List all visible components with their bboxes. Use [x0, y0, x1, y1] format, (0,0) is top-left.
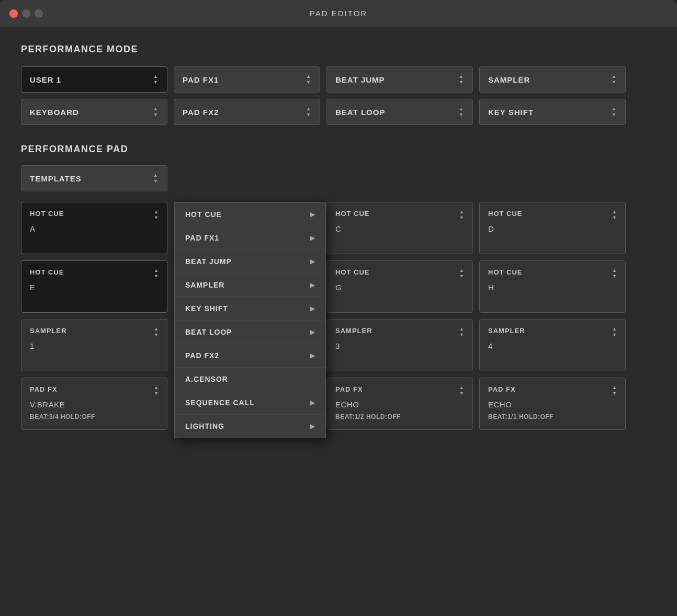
pad-sampler-1[interactable]: SAMPLER ▲▼ 1 [21, 319, 167, 371]
spinner-pad-g[interactable]: ▲▼ [459, 268, 464, 279]
dropdown-item-hotcue-arrow: ▶ [310, 211, 315, 218]
dropdown-item-seqcall[interactable]: SEQUENCE CALL ▶ [175, 391, 325, 415]
dropdown-item-padfx2[interactable]: PAD FX2 ▶ [175, 344, 325, 368]
select-user1[interactable]: USER 1 ▲▼ [21, 66, 167, 93]
dropdown-item-beatloop[interactable]: BEAT LOOP ▶ [175, 321, 325, 344]
spinner-pad-h[interactable]: ▲▼ [612, 268, 617, 279]
spinner-fx-vbrake[interactable]: ▲▼ [154, 385, 159, 396]
select-beatjump[interactable]: BEAT JUMP ▲▼ [326, 66, 473, 93]
pad-sampler-4[interactable]: SAMPLER ▲▼ 4 [479, 319, 626, 371]
performance-mode-grid: USER 1 ▲▼ PAD FX1 ▲▼ BEAT JUMP ▲▼ SAMPLE… [21, 66, 656, 125]
dropdown-item-beatjump[interactable]: BEAT JUMP ▶ [175, 250, 325, 273]
select-beatjump-label: BEAT JUMP [335, 75, 385, 84]
spinner-pad-a[interactable]: ▲▼ [154, 210, 159, 220]
templates-select[interactable]: TEMPLATES ▲▼ [21, 165, 167, 191]
minimize-button[interactable] [22, 9, 30, 18]
spinner-keyboard[interactable]: ▲▼ [153, 107, 159, 117]
pad-fx-echo-full[interactable]: PAD FX ▲▼ ECHO BEAT:1/1 HOLD:OFF [479, 378, 626, 430]
pad-hot-cue-h-header: HOT CUE ▲▼ [488, 268, 617, 279]
pad-sampler-4-type: SAMPLER [488, 327, 525, 335]
dropdown-item-lighting-arrow: ▶ [310, 423, 315, 430]
pad-fx-echo-half-header: PAD FX ▲▼ [335, 385, 464, 396]
pad-hot-cue-g[interactable]: HOT CUE ▲▼ G [326, 260, 473, 313]
dropdown-item-seqcall-arrow: ▶ [310, 400, 315, 406]
pad-fx-echo-full-value: ECHO [488, 400, 617, 409]
dropdown-item-padfx2-label: PAD FX2 [185, 351, 219, 360]
spinner-templates[interactable]: ▲▼ [153, 173, 159, 184]
dropdown-item-beatjump-arrow: ▶ [310, 258, 315, 265]
pad-hot-cue-d-type: HOT CUE [488, 210, 523, 218]
spinner-sampler-1[interactable]: ▲▼ [154, 327, 159, 337]
pad-hot-cue-h-value: H [488, 283, 617, 292]
dropdown-item-keyshift-arrow: ▶ [310, 305, 315, 312]
pad-hot-cue-a-header: HOT CUE ▲▼ [30, 210, 159, 220]
pad-hot-cue-c-value: C [335, 224, 464, 233]
window-title: PAD EDITOR [310, 9, 367, 18]
pad-sampler-3-value: 3 [335, 341, 464, 350]
spinner-user1[interactable]: ▲▼ [153, 74, 159, 85]
title-bar: PAD EDITOR [0, 0, 677, 27]
dropdown-item-hotcue[interactable]: HOT CUE ▶ [175, 203, 325, 226]
pad-hot-cue-g-value: G [335, 283, 464, 292]
select-sampler[interactable]: SAMPLER ▲▼ [479, 66, 626, 93]
pad-fx-echo-half[interactable]: PAD FX ▲▼ ECHO BEAT:1/2 HOLD:OFF [326, 378, 473, 430]
pad-hot-cue-b[interactable]: HOT CUE ▲▼ HOT CUE ▶ PAD FX1 ▶ [174, 202, 320, 254]
select-padfx1[interactable]: PAD FX1 ▲▼ [174, 66, 320, 93]
pad-fx-echo-full-sub: BEAT:1/1 HOLD:OFF [488, 413, 617, 420]
pad-sampler-1-type: SAMPLER [30, 327, 67, 335]
pad-sampler-4-value: 4 [488, 341, 617, 350]
pad-fx-vbrake-header: PAD FX ▲▼ [30, 385, 159, 396]
pad-hot-cue-a-type: HOT CUE [30, 210, 64, 218]
performance-mode-label: PERFORMANCE MODE [21, 44, 656, 55]
spinner-pad-e[interactable]: ▲▼ [154, 268, 159, 279]
select-keyshift-label: KEY SHIFT [488, 108, 534, 117]
pad-hot-cue-e-header: HOT CUE ▲▼ [30, 268, 159, 279]
dropdown-item-beatloop-label: BEAT LOOP [185, 328, 232, 336]
pad-hot-cue-d-header: HOT CUE ▲▼ [488, 210, 617, 220]
pad-fx-vbrake[interactable]: PAD FX ▲▼ V.BRAKE BEAT:3/4 HOLD:OFF [21, 378, 167, 430]
pad-hot-cue-c[interactable]: HOT CUE ▲▼ C [326, 202, 473, 254]
pad-hot-cue-e-value: E [30, 283, 159, 292]
dropdown-item-keyshift[interactable]: KEY SHIFT ▶ [175, 297, 325, 321]
dropdown-item-acensor[interactable]: A.CENSOR [175, 368, 325, 391]
spinner-pad-d[interactable]: ▲▼ [612, 210, 617, 220]
spinner-sampler-3[interactable]: ▲▼ [459, 327, 464, 337]
close-button[interactable] [9, 9, 18, 18]
dropdown-item-padfx1-label: PAD FX1 [185, 234, 219, 242]
pad-hot-cue-h[interactable]: HOT CUE ▲▼ H [479, 260, 626, 313]
pad-sampler-3-type: SAMPLER [335, 327, 373, 335]
select-keyboard[interactable]: KEYBOARD ▲▼ [21, 99, 167, 125]
spinner-beatjump[interactable]: ▲▼ [459, 74, 464, 85]
spinner-sampler[interactable]: ▲▼ [612, 74, 617, 85]
select-padfx2[interactable]: PAD FX2 ▲▼ [174, 99, 320, 125]
spinner-padfx1[interactable]: ▲▼ [306, 74, 311, 85]
maximize-button[interactable] [35, 9, 43, 18]
spinner-sampler-4[interactable]: ▲▼ [612, 327, 617, 337]
spinner-fx-echo-half[interactable]: ▲▼ [459, 385, 464, 396]
pad-sampler-3[interactable]: SAMPLER ▲▼ 3 [326, 319, 473, 371]
pad-fx-echo-half-type: PAD FX [335, 385, 363, 393]
window-controls [9, 9, 43, 18]
dropdown-item-lighting[interactable]: LIGHTING ▶ [175, 415, 325, 438]
main-content: PERFORMANCE MODE USER 1 ▲▼ PAD FX1 ▲▼ BE… [0, 27, 677, 457]
dropdown-item-padfx1[interactable]: PAD FX1 ▶ [175, 226, 325, 250]
spinner-fx-echo-full[interactable]: ▲▼ [612, 385, 617, 396]
spinner-pad-c[interactable]: ▲▼ [459, 210, 464, 220]
pad-hot-cue-a[interactable]: HOT CUE ▲▼ A [21, 202, 167, 254]
pad-hot-cue-c-type: HOT CUE [335, 210, 370, 218]
spinner-padfx2[interactable]: ▲▼ [306, 107, 311, 117]
pad-hot-cue-d[interactable]: HOT CUE ▲▼ D [479, 202, 626, 254]
pad-fx-echo-half-sub: BEAT:1/2 HOLD:OFF [335, 413, 464, 420]
spinner-keyshift[interactable]: ▲▼ [612, 107, 617, 117]
pad-sampler-3-header: SAMPLER ▲▼ [335, 327, 464, 337]
dropdown-item-sampler[interactable]: SAMPLER ▶ [175, 273, 325, 297]
select-beatloop[interactable]: BEAT LOOP ▲▼ [326, 99, 473, 125]
pad-hot-cue-e[interactable]: HOT CUE ▲▼ E [21, 260, 167, 313]
dropdown-item-lighting-label: LIGHTING [185, 422, 224, 430]
pad-hot-cue-a-value: A [30, 224, 159, 233]
select-beatloop-label: BEAT LOOP [335, 108, 385, 117]
select-keyshift[interactable]: KEY SHIFT ▲▼ [479, 99, 626, 125]
spinner-beatloop[interactable]: ▲▼ [459, 107, 464, 117]
pad-hot-cue-g-header: HOT CUE ▲▼ [335, 268, 464, 279]
templates-label: TEMPLATES [30, 174, 82, 183]
